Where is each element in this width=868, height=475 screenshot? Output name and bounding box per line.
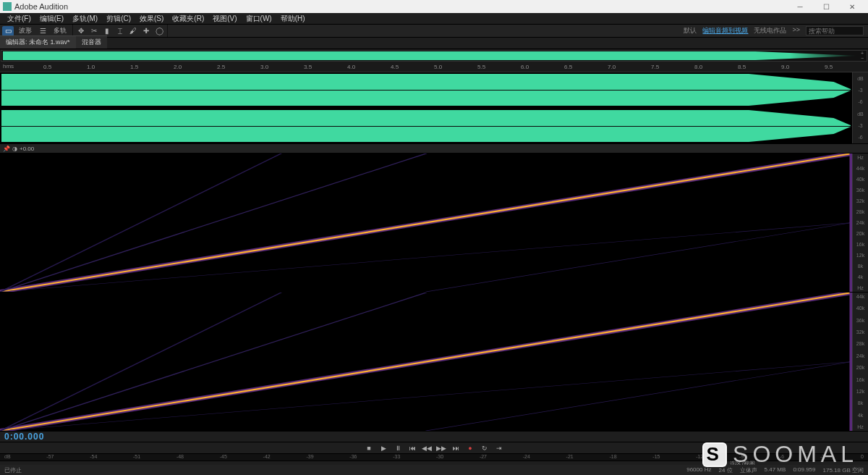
app-icon (3, 2, 12, 11)
view-waveform-label[interactable]: 波形 (14, 26, 36, 35)
waveform-panel: dB -3 -6 dB -3 -6 (0, 72, 868, 143)
tool-razor-icon[interactable]: ✂ (88, 26, 100, 36)
menu-clip[interactable]: 剪辑(C) (102, 14, 135, 24)
hz-tick: 44k (853, 294, 868, 299)
close-button[interactable]: ✕ (839, 1, 865, 12)
tick: 3.5 (304, 64, 312, 70)
hz-tick: 20k (853, 231, 868, 236)
meter-tick: -24 (523, 454, 530, 461)
hz-tick: Hz (853, 155, 868, 160)
skip-selection-button[interactable]: ⇥ (493, 443, 505, 453)
meter-tick: 0 (861, 454, 864, 461)
hz-tick: Hz (853, 424, 868, 429)
view-multitrack-label[interactable]: 多轨 (49, 26, 71, 35)
svg-line-4 (426, 223, 852, 293)
record-button[interactable]: ● (464, 443, 476, 453)
pause-button[interactable]: ⏸ (392, 443, 404, 453)
minimize-button[interactable]: ─ (787, 1, 813, 12)
db-tick: dB (853, 76, 868, 81)
transport-bar: ■ ▶ ⏸ ⏮ ◀◀ ▶▶ ⏭ ● ↻ ⇥ (0, 442, 868, 453)
menu-effects[interactable]: 效果(S) (135, 14, 168, 24)
goto-start-button[interactable]: ⏮ (407, 443, 418, 453)
status-rate: 96000 Hz (686, 466, 711, 474)
menu-view[interactable]: 视图(V) (208, 14, 241, 24)
menu-help[interactable]: 帮助(H) (276, 14, 310, 24)
hud-pin-icon[interactable]: 📌 (3, 146, 10, 152)
loop-button[interactable]: ↻ (479, 443, 490, 453)
tab-editor[interactable]: 编辑器: 未命名 1.wav* (0, 35, 76, 49)
hz-tick: Hz (853, 285, 868, 290)
view-waveform-button[interactable]: ▭ (2, 26, 14, 36)
toolbar: ▭ 波形 ☰ 多轨 ✥ ✂ ▮ ⌶ 🖌 ✚ ◯ 默认 编辑音频到视频 无线电作品… (0, 25, 868, 38)
play-button[interactable]: ▶ (378, 443, 389, 453)
meter-tick: -18 (609, 454, 616, 461)
view-multitrack-button[interactable]: ☰ (37, 26, 48, 36)
tool-heal-icon[interactable]: ✚ (140, 26, 152, 36)
time-display-row: 0:00.000 (0, 432, 868, 442)
meter-tick: dB (4, 454, 11, 461)
rewind-button[interactable]: ◀◀ (421, 443, 433, 453)
workspace-more-icon[interactable]: >> (792, 26, 800, 35)
title-bar: Adobe Audition ─ ☐ ✕ (0, 0, 868, 13)
hz-tick: 24k (853, 353, 868, 358)
spectrogram-canvas-right[interactable] (0, 293, 852, 431)
status-len: 5.47 MB (765, 466, 786, 474)
hz-tick: 28k (853, 209, 868, 214)
status-channels: 立体声 (740, 466, 757, 474)
menu-bar: 文件(F) 编辑(E) 多轨(M) 剪辑(C) 效果(S) 收藏夹(R) 视图(… (0, 13, 868, 25)
db-tick: -6 (853, 99, 868, 104)
tick: 3.0 (260, 64, 268, 70)
db-tick: -3 (853, 88, 868, 93)
hz-tick: 20k (853, 365, 868, 370)
hud-power-icon[interactable]: ◑ (12, 146, 17, 152)
maximize-button[interactable]: ☐ (813, 1, 839, 12)
spectral-hud: 📌 ◑ +0.00 (0, 143, 868, 154)
stop-button[interactable]: ■ (363, 443, 375, 453)
menu-file[interactable]: 文件(F) (3, 14, 35, 24)
tick: 4.0 (347, 64, 355, 70)
overview-waveform (3, 51, 858, 60)
meter-tick: -15 (652, 454, 660, 461)
hud-volume[interactable]: +0.00 (20, 146, 34, 152)
ruler-unit: hms (3, 63, 14, 70)
tick: 2.5 (217, 64, 225, 70)
overview-zoom-in-icon[interactable]: + (858, 51, 867, 56)
workspace-edit-video[interactable]: 编辑音频到视频 (702, 26, 748, 35)
svg-line-5 (0, 223, 852, 293)
menu-multitrack[interactable]: 多轨(M) (68, 14, 102, 24)
menu-favorites[interactable]: 收藏夹(R) (168, 14, 208, 24)
tick: 8.0 (694, 64, 702, 70)
meter-tick: -3 (820, 454, 825, 461)
hz-tick: 36k (853, 188, 868, 193)
hz-tick: 24k (853, 220, 868, 225)
spectrogram-canvas-left[interactable] (0, 154, 852, 292)
tab-mixer[interactable]: 混音器 (76, 35, 107, 49)
menu-window[interactable]: 窗口(W) (242, 14, 276, 24)
level-meter[interactable]: dB -57 -54 -51 -48 -45 -42 -39 -36 -33 -… (0, 453, 868, 461)
playhead-time[interactable]: 0:00.000 (4, 432, 44, 442)
goto-end-button[interactable]: ⏭ (450, 443, 461, 453)
waveform-display[interactable] (0, 72, 852, 143)
timeline-ruler[interactable]: hms 0.5 1.0 1.5 2.0 2.5 3.0 3.5 4.0 4.5 … (0, 62, 868, 72)
svg-line-11 (426, 362, 852, 432)
help-search-input[interactable] (806, 26, 864, 35)
meter-tick: -51 (133, 454, 140, 461)
tool-select-icon[interactable]: ▮ (101, 26, 113, 36)
tool-lasso-icon[interactable]: ◯ (153, 26, 165, 36)
tool-time-icon[interactable]: ⌶ (114, 26, 126, 36)
hz-tick: 44k (853, 166, 868, 171)
tool-move-icon[interactable]: ✥ (75, 26, 87, 36)
overview-zoom-out-icon[interactable]: − (858, 56, 867, 61)
menu-edit[interactable]: 编辑(E) (35, 14, 68, 24)
workspace-radio[interactable]: 无线电作品 (754, 26, 786, 35)
hz-tick: 40k (853, 306, 868, 311)
overview-strip[interactable]: + − (1, 50, 867, 62)
forward-button[interactable]: ▶▶ (435, 443, 447, 453)
meter-tick: -45 (220, 454, 227, 461)
status-bits: 24 位 (718, 466, 732, 474)
meter-tick: -30 (436, 454, 443, 461)
workspace-default[interactable]: 默认 (684, 26, 697, 35)
editor-tab-bar: 编辑器: 未命名 1.wav* 混音器 (0, 38, 868, 49)
tool-brush-icon[interactable]: 🖌 (127, 26, 139, 36)
status-free: 175.18 GB 空闲 (823, 466, 864, 474)
